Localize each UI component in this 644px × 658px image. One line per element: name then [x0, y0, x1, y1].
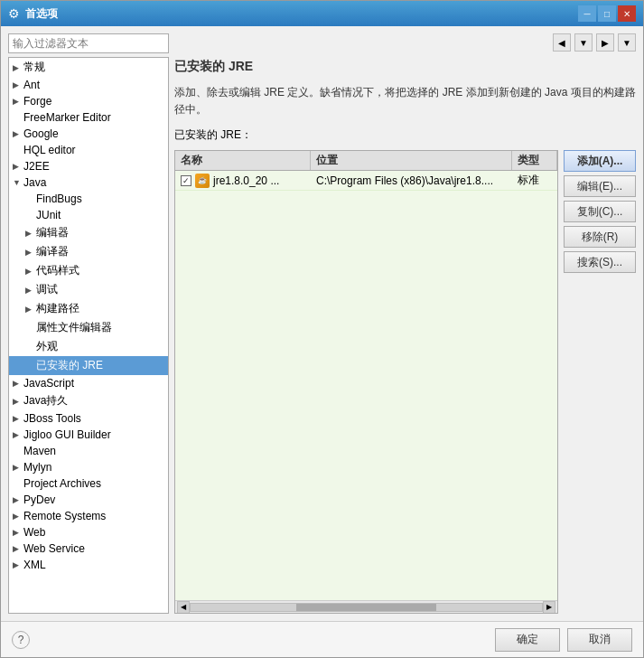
search-button[interactable]: 搜索(S)...	[564, 251, 636, 273]
expand-icon: ▶	[13, 414, 22, 423]
tree-item-mylyn[interactable]: ▶Mylyn	[9, 459, 168, 475]
cell-name: ✓ ☕ jre1.8.0_20 ...	[175, 172, 311, 190]
expand-icon: ▶	[13, 495, 22, 504]
table-row[interactable]: ✓ ☕ jre1.8.0_20 ... C:\Program Files (x8…	[175, 171, 557, 191]
tree-item-label: 编译器	[36, 244, 69, 259]
tree-item-label: JUnit	[36, 209, 61, 221]
expand-icon: ▶	[25, 286, 34, 295]
tree-item-label: Jigloo GUI Builder	[23, 428, 111, 441]
tree-item-hql[interactable]: HQL editor	[9, 142, 168, 158]
tree-item-javascript[interactable]: ▶JavaScript	[9, 375, 168, 391]
tree-item-buildpath[interactable]: ▶构建路径	[9, 299, 168, 318]
tree-item-jboss[interactable]: ▶JBoss Tools	[9, 410, 168, 427]
tree-item-forge[interactable]: ▶Forge	[9, 93, 168, 109]
cancel-button[interactable]: 取消	[567, 628, 632, 652]
row-checkbox[interactable]: ✓	[181, 175, 191, 186]
expand-icon: ▶	[13, 162, 22, 171]
expand-icon: ▶	[13, 129, 22, 138]
expand-icon: ▶	[13, 560, 22, 569]
window-title: 首选项	[25, 6, 578, 22]
jre-table-area: 名称 位置 类型 ✓ ☕ jre1.8.0_20 ... C:\Program …	[174, 150, 636, 614]
copy-button[interactable]: 复制(C)...	[564, 201, 636, 222]
tree-item-xml[interactable]: ▶XML	[9, 557, 168, 573]
footer-left: ?	[12, 631, 488, 649]
close-button[interactable]: ✕	[618, 5, 636, 22]
tree-item-google[interactable]: ▶Google	[9, 126, 168, 142]
expand-icon: ▶	[13, 80, 22, 89]
tree-item-label: Project Archives	[23, 477, 101, 490]
scroll-thumb[interactable]	[296, 604, 437, 611]
tree-item-label: Google	[23, 127, 59, 140]
expand-icon: ▶	[13, 512, 22, 521]
remove-button[interactable]: 移除(R)	[564, 226, 636, 248]
nav-menu-button[interactable]: ▼	[618, 33, 636, 52]
help-icon[interactable]: ?	[12, 631, 30, 649]
expand-icon: ▶	[25, 229, 34, 238]
tree-item-label: Remote Systems	[23, 510, 106, 522]
tree-item-freemarker[interactable]: FreeMarker Editor	[9, 109, 168, 126]
jre-name-text: jre1.8.0_20 ...	[213, 174, 279, 187]
tree-item-findbugs[interactable]: FindBugs	[9, 191, 168, 207]
tree-item-j2ee[interactable]: ▶J2EE	[9, 158, 168, 174]
tree-item-label: FreeMarker Editor	[23, 111, 111, 124]
tree-item-web_service[interactable]: ▶Web Service	[9, 540, 168, 557]
tree-item-web[interactable]: ▶Web	[9, 524, 168, 540]
window-icon: ⚙	[8, 6, 20, 21]
tree-item-propfile[interactable]: 属性文件编辑器	[9, 318, 168, 337]
maximize-button[interactable]: □	[598, 5, 616, 22]
expand-icon: ▶	[13, 463, 22, 472]
minimize-button[interactable]: ─	[578, 5, 596, 22]
col-header-location: 位置	[311, 151, 512, 170]
tree-item-junit[interactable]: JUnit	[9, 207, 168, 223]
tree-item-ant[interactable]: ▶Ant	[9, 77, 168, 93]
tree-item-label: 已安装的 JRE	[36, 358, 103, 373]
tree-item-label: 外观	[36, 339, 58, 354]
footer-bar: ? 确定 取消	[1, 621, 643, 657]
tree-item-remote_systems[interactable]: ▶Remote Systems	[9, 508, 168, 524]
expand-icon: ▶	[25, 248, 34, 257]
add-button[interactable]: 添加(A)...	[564, 150, 636, 172]
tree-item-label: J2EE	[23, 160, 50, 173]
tree-item-normal[interactable]: ▶常规	[9, 58, 168, 77]
scroll-track[interactable]	[190, 603, 543, 612]
tree-item-debug[interactable]: ▶调试	[9, 280, 168, 299]
expand-icon: ▼	[13, 178, 22, 187]
tree-container[interactable]: ▶常规▶Ant▶Forge FreeMarker Editor▶Google H…	[8, 57, 169, 614]
tree-item-maven[interactable]: Maven	[9, 443, 168, 459]
nav-forward-button[interactable]: ▼	[574, 33, 593, 52]
nav-expand-button[interactable]: ▶	[596, 33, 614, 52]
panel-title: 已安装的 JRE	[174, 59, 636, 79]
filter-input[interactable]	[8, 33, 169, 53]
expand-icon: ▶	[13, 63, 22, 72]
tree-item-appearance[interactable]: 外观	[9, 337, 168, 356]
scroll-right-button[interactable]: ▶	[543, 601, 555, 614]
table-body: ✓ ☕ jre1.8.0_20 ... C:\Program Files (x8…	[175, 171, 557, 600]
tree-item-label: HQL editor	[23, 144, 76, 156]
tree-item-label: Mylyn	[23, 461, 51, 474]
tree-item-javapersist[interactable]: ▶Java持久	[9, 391, 168, 410]
tree-item-label: JavaScript	[23, 377, 74, 390]
scroll-left-button[interactable]: ◀	[177, 601, 190, 614]
tree-item-java[interactable]: ▼Java	[9, 174, 168, 191]
jre-table: 名称 位置 类型 ✓ ☕ jre1.8.0_20 ... C:\Program …	[174, 150, 558, 614]
tree-item-editor[interactable]: ▶编辑器	[9, 223, 168, 242]
table-header: 名称 位置 类型	[175, 151, 557, 171]
tree-item-project_archives[interactable]: Project Archives	[9, 475, 168, 492]
tree-item-codestyle[interactable]: ▶代码样式	[9, 261, 168, 280]
nav-back-button[interactable]: ◀	[553, 33, 571, 52]
horizontal-scrollbar[interactable]: ◀ ▶	[175, 600, 557, 613]
tree-item-label: 常规	[23, 60, 45, 75]
edit-button[interactable]: 编辑(E)...	[564, 175, 636, 197]
tree-item-label: PyDev	[23, 494, 55, 506]
window-controls: ─ □ ✕	[578, 5, 636, 22]
tree-item-installed_jre[interactable]: 已安装的 JRE	[9, 356, 168, 375]
col-header-name: 名称	[175, 151, 311, 170]
expand-icon: ▶	[13, 528, 22, 537]
tree-item-label: FindBugs	[36, 193, 82, 205]
preferences-window: ⚙ 首选项 ─ □ ✕ ▶常规▶Ant▶Forge FreeMarker Edi…	[0, 0, 644, 658]
tree-item-compiler[interactable]: ▶编译器	[9, 242, 168, 261]
cell-type: 标准	[512, 171, 557, 190]
tree-item-pydev[interactable]: ▶PyDev	[9, 492, 168, 508]
tree-item-jigloo[interactable]: ▶Jigloo GUI Builder	[9, 427, 168, 443]
confirm-button[interactable]: 确定	[495, 628, 560, 652]
